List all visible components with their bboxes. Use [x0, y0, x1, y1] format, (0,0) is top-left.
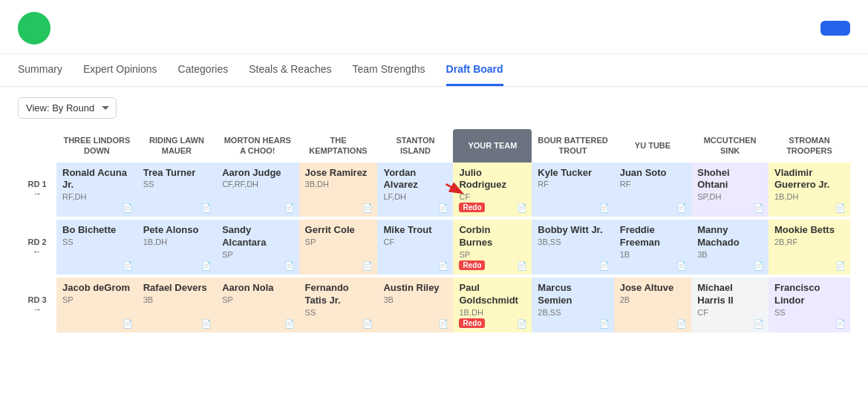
player-pos: RF: [620, 180, 686, 188]
note-icon[interactable]: 📄: [599, 261, 610, 271]
note-icon[interactable]: 📄: [517, 203, 527, 213]
toolbar: View: By Round: [0, 87, 868, 129]
pick-r1-t2: Sandy AlcantaraSP📄: [216, 220, 298, 275]
team-header-0: THREE LINDORS DOWN: [56, 129, 137, 163]
note-icon[interactable]: 📄: [438, 319, 448, 329]
nav-summary[interactable]: Summary: [18, 54, 62, 86]
note-icon[interactable]: 📄: [438, 203, 448, 213]
team-header-9: STROMAN TROOPERS: [769, 129, 850, 163]
player-name: Manny Machado: [697, 224, 763, 249]
note-icon[interactable]: 📄: [201, 261, 212, 271]
player-pos: SP: [305, 237, 372, 246]
note-icon[interactable]: 📄: [123, 203, 133, 213]
grade-badge: [18, 12, 50, 45]
note-icon[interactable]: 📄: [362, 261, 373, 271]
player-name: Trea Turner: [143, 167, 210, 180]
note-icon[interactable]: 📄: [835, 261, 846, 271]
pick-r2-t3: Fernando Tatis Jr.SS📄: [299, 278, 378, 332]
note-icon[interactable]: 📄: [362, 203, 373, 213]
note-icon[interactable]: 📄: [517, 319, 527, 329]
player-name: Vladimir Guerrero Jr.: [774, 167, 844, 192]
player-name: Mookie Betts: [774, 224, 844, 237]
player-pos: 1B: [620, 250, 686, 259]
player-name: Julio Rodriguez: [459, 167, 526, 192]
player-name: Francisco Lindor: [774, 282, 844, 307]
note-icon[interactable]: 📄: [201, 203, 212, 213]
player-name: Sandy Alcantara: [222, 224, 293, 249]
player-name: Kyle Tucker: [538, 167, 607, 180]
player-pos: SP: [222, 250, 293, 259]
pick-r2-t6: Marcus Semien2B,SS📄: [532, 278, 613, 332]
pick-r2-t2: Aaron NolaSP📄: [216, 278, 298, 332]
player-pos: SP: [459, 250, 526, 259]
player-pos: CF,RF,DH: [222, 180, 293, 188]
team-header-2: MORTON HEARS A CHOO!: [216, 129, 298, 163]
player-pos: SS: [305, 308, 372, 317]
player-pos: 2B,SS: [538, 308, 607, 317]
player-name: Freddie Freeman: [620, 224, 686, 249]
mock-again-button[interactable]: [820, 21, 850, 36]
player-pos: SS: [774, 308, 844, 317]
view-select[interactable]: View: By Round: [18, 97, 117, 119]
note-icon[interactable]: 📄: [123, 261, 133, 271]
header-left: [18, 12, 61, 45]
player-name: Juan Soto: [620, 167, 686, 180]
team-header-5: YOUR TEAM: [453, 129, 532, 163]
player-name: Rafael Devers: [143, 282, 210, 295]
player-pos: 3B: [383, 295, 447, 304]
redo-badge: Redo: [459, 318, 485, 328]
note-icon[interactable]: 📄: [284, 319, 295, 329]
player-pos: 3B,SS: [538, 237, 607, 246]
pick-r0-t3: Jose Ramirez3B,DH📄: [299, 163, 378, 217]
pick-r2-t4: Austin Riley3B📄: [377, 278, 453, 332]
player-name: Jacob deGrom: [62, 282, 131, 295]
team-header-6: BOUR BATTERED TROUT: [532, 129, 613, 163]
player-pos: SP,DH: [697, 192, 763, 201]
player-pos: 3B: [143, 295, 210, 304]
nav-draft-board[interactable]: Draft Board: [446, 54, 503, 86]
note-icon[interactable]: 📄: [123, 319, 133, 329]
note-icon[interactable]: 📄: [754, 203, 764, 213]
note-icon[interactable]: 📄: [676, 261, 687, 271]
pick-r0-t2: Aaron JudgeCF,RF,DH📄: [216, 163, 298, 217]
player-pos: 3B,DH: [305, 180, 372, 188]
note-icon[interactable]: 📄: [201, 319, 212, 329]
note-icon[interactable]: 📄: [599, 203, 610, 213]
pick-r2-t1: Rafael Devers3B📄: [137, 278, 216, 332]
note-icon[interactable]: 📄: [517, 261, 527, 271]
player-name: Yordan Alvarez: [383, 167, 447, 192]
nav-team-strengths[interactable]: Team Strengths: [353, 54, 425, 86]
player-pos: LF,DH: [383, 192, 447, 201]
pick-r0-t5: Julio RodriguezCFRedo📄: [453, 163, 532, 217]
page-header: [0, 0, 868, 54]
player-pos: SP: [62, 295, 131, 304]
note-icon[interactable]: 📄: [362, 319, 373, 329]
team-header-8: MCCUTCHEN SINK: [691, 129, 769, 163]
note-icon[interactable]: 📄: [835, 203, 846, 213]
pick-r0-t0: Ronald Acuna Jr.RF,DH📄: [56, 163, 137, 217]
round-label-2: RD 3→: [18, 278, 56, 332]
draft-board: THREE LINDORS DOWN RIDING LAWN MAUER MOR…: [0, 129, 868, 350]
redo-badge: Redo: [459, 203, 485, 212]
note-icon[interactable]: 📄: [438, 261, 448, 271]
note-icon[interactable]: 📄: [284, 203, 295, 213]
pick-r1-t9: Mookie Betts2B,RF📄: [769, 220, 850, 275]
note-icon[interactable]: 📄: [599, 319, 610, 329]
note-icon[interactable]: 📄: [754, 261, 764, 271]
pick-r2-t9: Francisco LindorSS📄: [769, 278, 850, 332]
player-pos: 2B,RF: [774, 237, 844, 246]
player-name: Corbin Burnes: [459, 224, 526, 249]
player-pos: 1B,DH: [774, 192, 844, 201]
note-icon[interactable]: 📄: [284, 261, 295, 271]
note-icon[interactable]: 📄: [835, 319, 846, 329]
note-icon[interactable]: 📄: [754, 319, 764, 329]
nav-steals-reaches[interactable]: Steals & Reaches: [249, 54, 331, 86]
team-header-4: STANTON ISLAND: [377, 129, 453, 163]
pick-r0-t6: Kyle TuckerRF📄: [532, 163, 613, 217]
note-icon[interactable]: 📄: [676, 319, 687, 329]
nav-categories[interactable]: Categories: [178, 54, 229, 86]
nav-expert-opinions[interactable]: Expert Opinions: [83, 54, 157, 86]
note-icon[interactable]: 📄: [676, 203, 687, 213]
team-header-1: RIDING LAWN MAUER: [137, 129, 216, 163]
round-label-1: RD 2←: [18, 220, 56, 275]
